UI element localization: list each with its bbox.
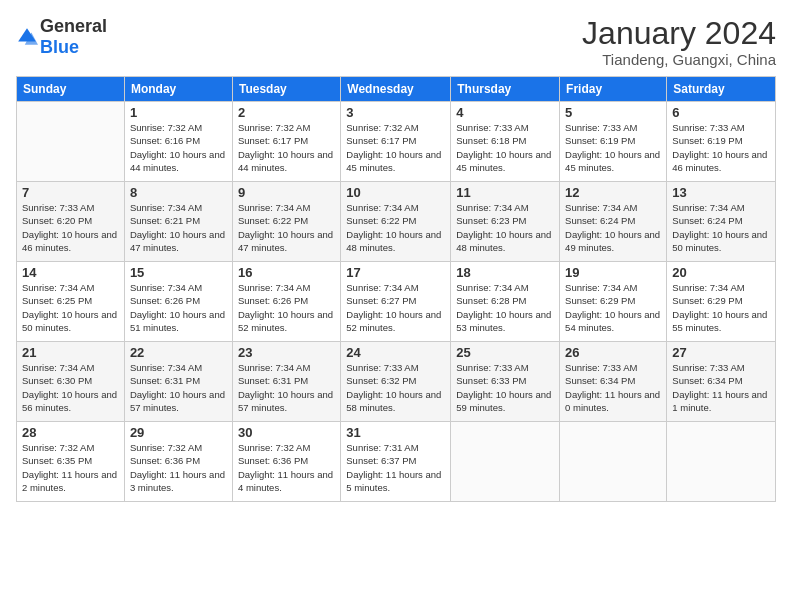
day-number: 3: [346, 105, 445, 120]
day-number: 21: [22, 345, 119, 360]
day-info: Sunrise: 7:32 AM Sunset: 6:36 PM Dayligh…: [238, 441, 335, 494]
table-row: 14Sunrise: 7:34 AM Sunset: 6:25 PM Dayli…: [17, 262, 125, 342]
day-number: 30: [238, 425, 335, 440]
table-row: 3Sunrise: 7:32 AM Sunset: 6:17 PM Daylig…: [341, 102, 451, 182]
logo-general: General: [40, 16, 107, 36]
day-number: 28: [22, 425, 119, 440]
day-number: 15: [130, 265, 227, 280]
day-info: Sunrise: 7:34 AM Sunset: 6:21 PM Dayligh…: [130, 201, 227, 254]
day-info: Sunrise: 7:34 AM Sunset: 6:30 PM Dayligh…: [22, 361, 119, 414]
calendar-title: January 2024: [582, 16, 776, 51]
table-row: 31Sunrise: 7:31 AM Sunset: 6:37 PM Dayli…: [341, 422, 451, 502]
day-info: Sunrise: 7:34 AM Sunset: 6:31 PM Dayligh…: [130, 361, 227, 414]
day-number: 6: [672, 105, 770, 120]
table-row: 21Sunrise: 7:34 AM Sunset: 6:30 PM Dayli…: [17, 342, 125, 422]
table-row: [17, 102, 125, 182]
day-number: 17: [346, 265, 445, 280]
day-number: 20: [672, 265, 770, 280]
logo-icon: [16, 26, 38, 48]
header-wednesday: Wednesday: [341, 77, 451, 102]
table-row: 30Sunrise: 7:32 AM Sunset: 6:36 PM Dayli…: [232, 422, 340, 502]
calendar-week-row: 1Sunrise: 7:32 AM Sunset: 6:16 PM Daylig…: [17, 102, 776, 182]
table-row: 19Sunrise: 7:34 AM Sunset: 6:29 PM Dayli…: [560, 262, 667, 342]
calendar-week-row: 28Sunrise: 7:32 AM Sunset: 6:35 PM Dayli…: [17, 422, 776, 502]
table-row: 25Sunrise: 7:33 AM Sunset: 6:33 PM Dayli…: [451, 342, 560, 422]
day-info: Sunrise: 7:34 AM Sunset: 6:25 PM Dayligh…: [22, 281, 119, 334]
calendar-week-row: 21Sunrise: 7:34 AM Sunset: 6:30 PM Dayli…: [17, 342, 776, 422]
day-number: 1: [130, 105, 227, 120]
day-info: Sunrise: 7:33 AM Sunset: 6:32 PM Dayligh…: [346, 361, 445, 414]
calendar-subtitle: Tiandeng, Guangxi, China: [582, 51, 776, 68]
day-info: Sunrise: 7:34 AM Sunset: 6:23 PM Dayligh…: [456, 201, 554, 254]
page-header: General Blue January 2024 Tiandeng, Guan…: [16, 16, 776, 68]
day-info: Sunrise: 7:34 AM Sunset: 6:24 PM Dayligh…: [672, 201, 770, 254]
day-number: 31: [346, 425, 445, 440]
table-row: 24Sunrise: 7:33 AM Sunset: 6:32 PM Dayli…: [341, 342, 451, 422]
table-row: 5Sunrise: 7:33 AM Sunset: 6:19 PM Daylig…: [560, 102, 667, 182]
header-tuesday: Tuesday: [232, 77, 340, 102]
table-row: 8Sunrise: 7:34 AM Sunset: 6:21 PM Daylig…: [124, 182, 232, 262]
logo-blue: Blue: [40, 37, 79, 57]
table-row: [560, 422, 667, 502]
day-number: 2: [238, 105, 335, 120]
title-block: January 2024 Tiandeng, Guangxi, China: [582, 16, 776, 68]
day-number: 23: [238, 345, 335, 360]
calendar-week-row: 7Sunrise: 7:33 AM Sunset: 6:20 PM Daylig…: [17, 182, 776, 262]
day-number: 9: [238, 185, 335, 200]
day-info: Sunrise: 7:34 AM Sunset: 6:26 PM Dayligh…: [238, 281, 335, 334]
table-row: 22Sunrise: 7:34 AM Sunset: 6:31 PM Dayli…: [124, 342, 232, 422]
table-row: [667, 422, 776, 502]
day-number: 25: [456, 345, 554, 360]
table-row: 17Sunrise: 7:34 AM Sunset: 6:27 PM Dayli…: [341, 262, 451, 342]
day-number: 19: [565, 265, 661, 280]
table-row: 15Sunrise: 7:34 AM Sunset: 6:26 PM Dayli…: [124, 262, 232, 342]
day-number: 7: [22, 185, 119, 200]
day-info: Sunrise: 7:34 AM Sunset: 6:24 PM Dayligh…: [565, 201, 661, 254]
day-info: Sunrise: 7:34 AM Sunset: 6:27 PM Dayligh…: [346, 281, 445, 334]
day-number: 18: [456, 265, 554, 280]
table-row: 29Sunrise: 7:32 AM Sunset: 6:36 PM Dayli…: [124, 422, 232, 502]
table-row: 9Sunrise: 7:34 AM Sunset: 6:22 PM Daylig…: [232, 182, 340, 262]
table-row: 1Sunrise: 7:32 AM Sunset: 6:16 PM Daylig…: [124, 102, 232, 182]
day-info: Sunrise: 7:34 AM Sunset: 6:22 PM Dayligh…: [238, 201, 335, 254]
weekday-header-row: Sunday Monday Tuesday Wednesday Thursday…: [17, 77, 776, 102]
table-row: 11Sunrise: 7:34 AM Sunset: 6:23 PM Dayli…: [451, 182, 560, 262]
day-info: Sunrise: 7:33 AM Sunset: 6:19 PM Dayligh…: [565, 121, 661, 174]
day-info: Sunrise: 7:32 AM Sunset: 6:36 PM Dayligh…: [130, 441, 227, 494]
day-info: Sunrise: 7:34 AM Sunset: 6:26 PM Dayligh…: [130, 281, 227, 334]
day-info: Sunrise: 7:34 AM Sunset: 6:28 PM Dayligh…: [456, 281, 554, 334]
logo: General Blue: [16, 16, 107, 58]
table-row: 23Sunrise: 7:34 AM Sunset: 6:31 PM Dayli…: [232, 342, 340, 422]
day-number: 10: [346, 185, 445, 200]
header-saturday: Saturday: [667, 77, 776, 102]
day-info: Sunrise: 7:33 AM Sunset: 6:20 PM Dayligh…: [22, 201, 119, 254]
day-number: 4: [456, 105, 554, 120]
day-info: Sunrise: 7:32 AM Sunset: 6:16 PM Dayligh…: [130, 121, 227, 174]
table-row: 2Sunrise: 7:32 AM Sunset: 6:17 PM Daylig…: [232, 102, 340, 182]
table-row: 16Sunrise: 7:34 AM Sunset: 6:26 PM Dayli…: [232, 262, 340, 342]
day-number: 8: [130, 185, 227, 200]
calendar-table: Sunday Monday Tuesday Wednesday Thursday…: [16, 76, 776, 502]
table-row: 12Sunrise: 7:34 AM Sunset: 6:24 PM Dayli…: [560, 182, 667, 262]
table-row: 10Sunrise: 7:34 AM Sunset: 6:22 PM Dayli…: [341, 182, 451, 262]
day-number: 16: [238, 265, 335, 280]
day-info: Sunrise: 7:34 AM Sunset: 6:31 PM Dayligh…: [238, 361, 335, 414]
header-monday: Monday: [124, 77, 232, 102]
day-number: 14: [22, 265, 119, 280]
day-info: Sunrise: 7:32 AM Sunset: 6:35 PM Dayligh…: [22, 441, 119, 494]
table-row: 28Sunrise: 7:32 AM Sunset: 6:35 PM Dayli…: [17, 422, 125, 502]
day-info: Sunrise: 7:33 AM Sunset: 6:33 PM Dayligh…: [456, 361, 554, 414]
table-row: 4Sunrise: 7:33 AM Sunset: 6:18 PM Daylig…: [451, 102, 560, 182]
day-number: 5: [565, 105, 661, 120]
table-row: 18Sunrise: 7:34 AM Sunset: 6:28 PM Dayli…: [451, 262, 560, 342]
day-info: Sunrise: 7:33 AM Sunset: 6:18 PM Dayligh…: [456, 121, 554, 174]
day-info: Sunrise: 7:34 AM Sunset: 6:22 PM Dayligh…: [346, 201, 445, 254]
day-number: 29: [130, 425, 227, 440]
table-row: 20Sunrise: 7:34 AM Sunset: 6:29 PM Dayli…: [667, 262, 776, 342]
day-number: 22: [130, 345, 227, 360]
day-info: Sunrise: 7:34 AM Sunset: 6:29 PM Dayligh…: [672, 281, 770, 334]
day-info: Sunrise: 7:34 AM Sunset: 6:29 PM Dayligh…: [565, 281, 661, 334]
table-row: 26Sunrise: 7:33 AM Sunset: 6:34 PM Dayli…: [560, 342, 667, 422]
table-row: 6Sunrise: 7:33 AM Sunset: 6:19 PM Daylig…: [667, 102, 776, 182]
header-friday: Friday: [560, 77, 667, 102]
